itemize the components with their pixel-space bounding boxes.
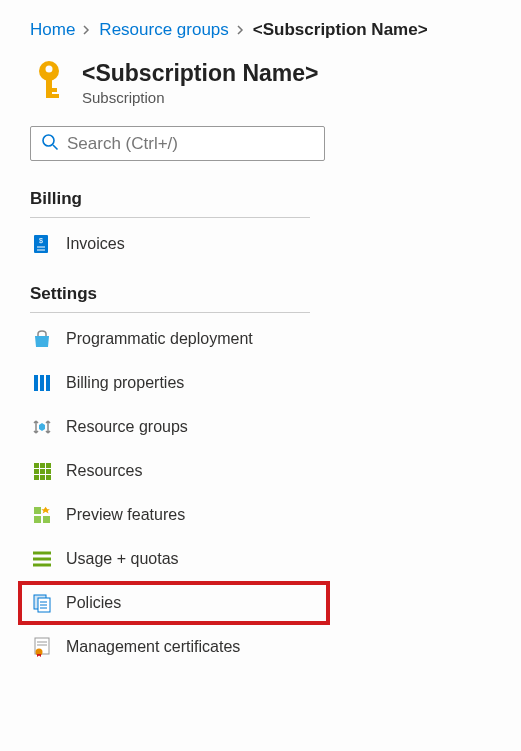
sidebar-item-preview-features[interactable]: Preview features: [30, 493, 310, 537]
sidebar-item-label: Usage + quotas: [66, 550, 179, 568]
section-billing: Billing $ Invoices: [0, 189, 330, 266]
sidebar-item-usage-quotas[interactable]: Usage + quotas: [30, 537, 310, 581]
svg-rect-24: [34, 516, 41, 523]
svg-rect-20: [34, 475, 39, 480]
sidebar-item-label: Resources: [66, 462, 142, 480]
svg-rect-3: [52, 88, 57, 92]
sidebar-item-policies[interactable]: Policies: [18, 581, 330, 625]
key-icon: [32, 60, 66, 103]
sidebar-item-billing-properties[interactable]: Billing properties: [30, 361, 310, 405]
svg-point-1: [46, 66, 53, 73]
sidebar-item-resource-groups[interactable]: Resource groups: [30, 405, 310, 449]
breadcrumb-current: <Subscription Name>: [253, 20, 428, 40]
svg-rect-13: [46, 375, 50, 391]
svg-rect-22: [46, 475, 51, 480]
sidebar-item-label: Preview features: [66, 506, 185, 524]
section-settings: Settings Programmatic deployment Billing…: [0, 284, 330, 669]
breadcrumb: Home Resource groups <Subscription Name>: [0, 20, 521, 40]
resource-group-icon: [32, 417, 52, 437]
breadcrumb-resource-groups[interactable]: Resource groups: [99, 20, 228, 40]
sidebar-item-label: Policies: [66, 594, 121, 612]
certificate-icon: [32, 637, 52, 657]
page-subtitle: Subscription: [82, 89, 318, 106]
svg-rect-2: [46, 78, 52, 98]
svg-text:$: $: [39, 237, 43, 244]
sidebar-item-label: Management certificates: [66, 638, 240, 656]
policies-icon: [32, 593, 52, 613]
sidebar-item-management-certificates[interactable]: Management certificates: [30, 625, 310, 669]
svg-line-6: [53, 145, 58, 150]
usage-icon: [32, 549, 52, 569]
properties-icon: [32, 373, 52, 393]
sidebar-item-label: Resource groups: [66, 418, 188, 436]
svg-rect-15: [40, 463, 45, 468]
svg-rect-11: [34, 375, 38, 391]
bag-icon: [32, 329, 52, 349]
svg-rect-25: [43, 516, 50, 523]
sidebar-item-resources[interactable]: Resources: [30, 449, 310, 493]
svg-rect-18: [40, 469, 45, 474]
svg-rect-19: [46, 469, 51, 474]
sidebar-item-label: Invoices: [66, 235, 125, 253]
svg-rect-17: [34, 469, 39, 474]
page-header: <Subscription Name> Subscription: [0, 60, 521, 106]
breadcrumb-home[interactable]: Home: [30, 20, 75, 40]
sidebar-item-label: Billing properties: [66, 374, 184, 392]
svg-rect-16: [46, 463, 51, 468]
svg-rect-14: [34, 463, 39, 468]
svg-point-5: [43, 135, 54, 146]
chevron-right-icon: [83, 22, 91, 38]
search-icon: [41, 133, 59, 154]
sidebar-item-programmatic-deployment[interactable]: Programmatic deployment: [30, 317, 310, 361]
svg-rect-23: [34, 507, 41, 514]
sidebar-item-invoices[interactable]: $ Invoices: [30, 222, 310, 266]
page-title: <Subscription Name>: [82, 60, 318, 87]
search-box[interactable]: [30, 126, 325, 161]
preview-icon: [32, 505, 52, 525]
svg-rect-12: [40, 375, 44, 391]
resources-icon: [32, 461, 52, 481]
section-title-billing: Billing: [30, 189, 310, 218]
chevron-right-icon: [237, 22, 245, 38]
svg-rect-21: [40, 475, 45, 480]
section-title-settings: Settings: [30, 284, 310, 313]
invoice-icon: $: [32, 234, 52, 254]
svg-rect-4: [52, 94, 59, 98]
sidebar-item-label: Programmatic deployment: [66, 330, 253, 348]
search-input[interactable]: [67, 134, 314, 154]
